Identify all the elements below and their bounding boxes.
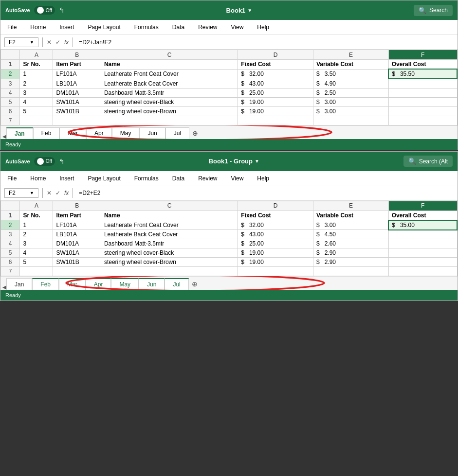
tab-jan-b[interactable]: Jan bbox=[6, 278, 32, 290]
col-header-d[interactable]: D bbox=[238, 50, 313, 60]
cell-e7-b[interactable] bbox=[313, 267, 389, 276]
cell-d1[interactable]: Fixed Cost bbox=[238, 60, 313, 70]
cell-e2[interactable]: $ 3.50 bbox=[313, 69, 389, 79]
cell-f7[interactable] bbox=[388, 116, 457, 125]
tab-may[interactable]: May bbox=[112, 127, 140, 139]
cell-a2-b[interactable]: 1 bbox=[20, 220, 53, 230]
tab-jun-b[interactable]: Jun bbox=[139, 278, 165, 290]
cancel-icon-b[interactable]: ✕ bbox=[47, 190, 52, 196]
cell-a6-b[interactable]: 5 bbox=[20, 258, 53, 267]
cell-ref-dropdown-b[interactable]: ▼ bbox=[30, 191, 34, 195]
confirm-icon[interactable]: ✓ bbox=[55, 39, 60, 46]
cell-b7[interactable] bbox=[53, 116, 101, 125]
cell-c3[interactable]: Leatherate Back Ceat Cover bbox=[101, 79, 238, 88]
cell-b3[interactable]: LB101A bbox=[53, 79, 101, 88]
cell-b3-b[interactable]: LB101A bbox=[53, 230, 101, 239]
menu-file-b[interactable]: File bbox=[5, 174, 18, 183]
tab-jan[interactable]: Jan bbox=[6, 127, 33, 139]
cell-d1-b[interactable]: Fixed Cost bbox=[238, 211, 313, 220]
cell-b2-b[interactable]: LF101A bbox=[53, 220, 101, 230]
cancel-icon[interactable]: ✕ bbox=[47, 39, 52, 46]
cell-b4[interactable]: DM101A bbox=[53, 88, 101, 97]
menu-review-b[interactable]: Review bbox=[196, 174, 219, 183]
menu-formulas[interactable]: Formulas bbox=[132, 23, 161, 32]
cell-d3-b[interactable]: $ 43.00 bbox=[238, 230, 313, 239]
menu-page-layout[interactable]: Page Layout bbox=[86, 23, 122, 32]
menu-data-b[interactable]: Data bbox=[170, 174, 186, 183]
cell-b1-b[interactable]: Item Part bbox=[53, 211, 101, 220]
cell-d7-b[interactable] bbox=[238, 267, 313, 276]
cell-b5-b[interactable]: SW101A bbox=[53, 248, 101, 258]
cell-b1[interactable]: Item Part bbox=[53, 60, 101, 70]
cell-f4-b[interactable] bbox=[388, 239, 457, 248]
autosave-toggle[interactable]: Off bbox=[34, 6, 55, 15]
cell-d5[interactable]: $ 19.00 bbox=[238, 97, 313, 106]
tab-apr[interactable]: Apr bbox=[86, 127, 112, 139]
cell-b6-b[interactable]: SW101B bbox=[53, 258, 101, 267]
cell-c1-b[interactable]: Name bbox=[101, 211, 238, 220]
cell-d2-b[interactable]: $ 32.00 bbox=[238, 220, 313, 230]
cell-c2-b[interactable]: Leatherate Front Ceat Cover bbox=[101, 220, 238, 230]
cell-c6[interactable]: steering wheel cover-Brown bbox=[101, 106, 238, 116]
cell-f3[interactable] bbox=[388, 79, 457, 88]
col-header-f-b[interactable]: F bbox=[388, 201, 457, 211]
cell-b4-b[interactable]: DM101A bbox=[53, 239, 101, 248]
formula-input-b[interactable]: =D2+E2 bbox=[77, 190, 454, 196]
cell-c3-b[interactable]: Leatherate Back Ceat Cover bbox=[101, 230, 238, 239]
cell-d3[interactable]: $ 43.00 bbox=[238, 79, 313, 88]
cell-reference-box-b[interactable]: F2 ▼ bbox=[4, 188, 38, 198]
cell-f7-b[interactable] bbox=[388, 267, 457, 276]
menu-view[interactable]: View bbox=[229, 23, 246, 32]
tab-mar-b[interactable]: Mar bbox=[59, 278, 86, 290]
cell-e5-b[interactable]: $ 2.90 bbox=[313, 248, 389, 258]
cell-c1[interactable]: Name bbox=[101, 60, 238, 70]
cell-d2[interactable]: $ 32.00 bbox=[238, 69, 313, 79]
cell-a1-b[interactable]: Sr No. bbox=[20, 211, 53, 220]
autosave-toggle-bottom[interactable]: Off bbox=[34, 157, 55, 166]
cell-c7-b[interactable] bbox=[101, 267, 238, 276]
add-sheet-button[interactable]: ⊕ bbox=[189, 127, 201, 139]
cell-e1-b[interactable]: Variable Cost bbox=[313, 211, 389, 220]
undo-icon[interactable]: ↰ bbox=[59, 6, 65, 14]
cell-a3[interactable]: 2 bbox=[20, 79, 53, 88]
menu-formulas-b[interactable]: Formulas bbox=[132, 174, 161, 183]
cell-c2[interactable]: Leatherate Front Ceat Cover bbox=[101, 69, 238, 79]
cell-f3-b[interactable] bbox=[388, 230, 457, 239]
cell-a2[interactable]: 1 bbox=[20, 69, 53, 79]
col-header-a-b[interactable]: A bbox=[20, 201, 53, 211]
col-header-b[interactable]: B bbox=[53, 50, 101, 60]
menu-data[interactable]: Data bbox=[170, 23, 186, 32]
cell-a6[interactable]: 5 bbox=[20, 106, 53, 116]
menu-help-b[interactable]: Help bbox=[255, 174, 271, 183]
cell-f5[interactable] bbox=[388, 97, 457, 106]
cell-c4[interactable]: Dashboard Matt-3.5mtr bbox=[101, 88, 238, 97]
menu-view-b[interactable]: View bbox=[229, 174, 246, 183]
cell-c5[interactable]: steering wheel cover-Black bbox=[101, 97, 238, 106]
cell-b6[interactable]: SW101B bbox=[53, 106, 101, 116]
cell-b2[interactable]: LF101A bbox=[53, 69, 101, 79]
cell-d6-b[interactable]: $ 19.00 bbox=[238, 258, 313, 267]
cell-c7[interactable] bbox=[101, 116, 238, 125]
col-header-d-b[interactable]: D bbox=[238, 201, 313, 211]
cell-f5-b[interactable] bbox=[388, 248, 457, 258]
cell-b5[interactable]: SW101A bbox=[53, 97, 101, 106]
menu-page-layout-b[interactable]: Page Layout bbox=[86, 174, 122, 183]
cell-d5-b[interactable]: $ 19.00 bbox=[238, 248, 313, 258]
cell-e6-b[interactable]: $ 2.90 bbox=[313, 258, 389, 267]
col-header-e[interactable]: E bbox=[313, 50, 389, 60]
add-sheet-button-b[interactable]: ⊕ bbox=[189, 278, 201, 290]
cell-e3-b[interactable]: $ 4.50 bbox=[313, 230, 389, 239]
tab-may-b[interactable]: May bbox=[111, 278, 139, 290]
cell-e4-b[interactable]: $ 2.60 bbox=[313, 239, 389, 248]
cell-c6-b[interactable]: steering wheel cover-Brown bbox=[101, 258, 238, 267]
search-box-top[interactable]: 🔍 Search bbox=[414, 5, 453, 16]
cell-d7[interactable] bbox=[238, 116, 313, 125]
cell-e4[interactable]: $ 2.50 bbox=[313, 88, 389, 97]
sheet-scroll-left-b[interactable]: ◀ bbox=[2, 284, 6, 290]
cell-e2-b[interactable]: $ 3.00 bbox=[313, 220, 389, 230]
cell-d4[interactable]: $ 25.00 bbox=[238, 88, 313, 97]
cell-e1[interactable]: Variable Cost bbox=[313, 60, 389, 70]
title-dropdown-icon[interactable]: ▼ bbox=[247, 8, 252, 13]
cell-a5[interactable]: 4 bbox=[20, 97, 53, 106]
cell-f6-b[interactable] bbox=[388, 258, 457, 267]
